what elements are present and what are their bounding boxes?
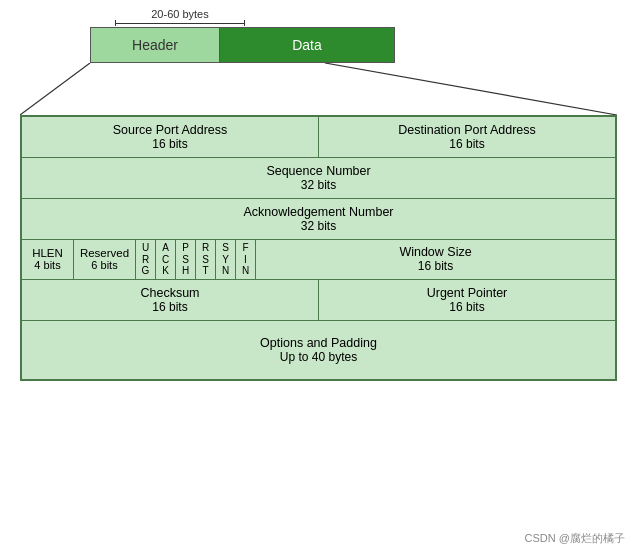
ack-flag: A C K xyxy=(156,240,176,279)
row-checksum: Checksum 16 bits Urgent Pointer 16 bits xyxy=(22,280,615,321)
psh-flag: P S H xyxy=(176,240,196,279)
row-ack: Acknowledgement Number 32 bits xyxy=(22,199,615,240)
reserved-cell: Reserved 6 bits xyxy=(74,240,136,279)
row-sequence: Sequence Number 32 bits xyxy=(22,158,615,199)
syn-flag: S Y N xyxy=(216,240,236,279)
watermark: CSDN @腐烂的橘子 xyxy=(525,531,625,546)
hlen-cell: HLEN 4 bits xyxy=(22,240,74,279)
svg-line-0 xyxy=(20,63,90,115)
svg-line-1 xyxy=(325,63,617,115)
rst-flag: R S T xyxy=(196,240,216,279)
urg-flag: U R G xyxy=(136,240,156,279)
checksum-cell: Checksum 16 bits xyxy=(22,280,319,320)
sequence-cell: Sequence Number 32 bits xyxy=(22,158,615,198)
header-bar: Header xyxy=(90,27,220,63)
tcp-header-table: Source Port Address 16 bits Destination … xyxy=(20,115,617,381)
ack-cell: Acknowledgement Number 32 bits xyxy=(22,199,615,239)
urgent-pointer-cell: Urgent Pointer 16 bits xyxy=(319,280,615,320)
source-port-cell: Source Port Address 16 bits xyxy=(22,117,319,157)
window-size-cell: Window Size 16 bits xyxy=(256,240,615,279)
bytes-label: 20-60 bytes xyxy=(151,8,208,20)
options-cell: Options and Padding Up to 40 bytes xyxy=(22,321,615,379)
row-options: Options and Padding Up to 40 bytes xyxy=(22,321,615,379)
connector-svg xyxy=(20,63,617,115)
row-flags: HLEN 4 bits Reserved 6 bits U R G A C K … xyxy=(22,240,615,280)
fin-flag: F I N xyxy=(236,240,256,279)
data-bar: Data xyxy=(220,27,395,63)
row-ports: Source Port Address 16 bits Destination … xyxy=(22,117,615,158)
dest-port-cell: Destination Port Address 16 bits xyxy=(319,117,615,157)
